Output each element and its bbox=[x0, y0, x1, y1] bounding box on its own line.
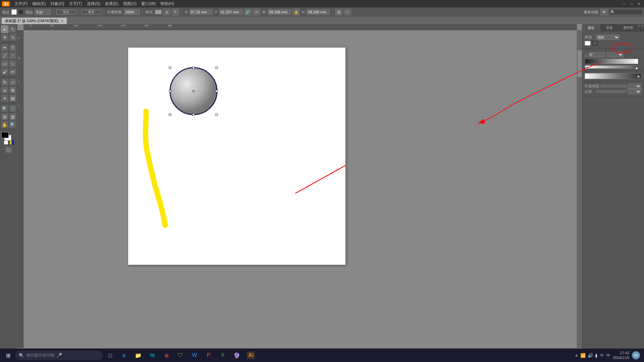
microphone-icon[interactable]: 🎤 bbox=[56, 353, 62, 358]
speaker-icon[interactable]: 🔊 bbox=[588, 353, 593, 358]
line-tool[interactable]: ╱ bbox=[1, 52, 8, 59]
red-line[interactable] bbox=[295, 163, 345, 193]
menu-window[interactable]: 窗口(W) bbox=[139, 0, 158, 7]
other-app[interactable]: 🔮 bbox=[230, 349, 244, 362]
mode-dropdown[interactable]: ▼ bbox=[600, 9, 608, 15]
up-arrow-tray[interactable]: ∧ bbox=[575, 353, 578, 358]
pencil-tool[interactable]: ✏ bbox=[9, 68, 16, 75]
opacity-select[interactable] bbox=[628, 83, 641, 89]
profile-swatch[interactable]: 等比 bbox=[56, 10, 76, 14]
transform-btn[interactable]: ⤡ bbox=[344, 9, 351, 15]
kaspersky-app[interactable]: 🛡 bbox=[174, 349, 187, 362]
arc-tool[interactable]: ◜ bbox=[9, 52, 16, 59]
panel-expand-arrow[interactable]: » bbox=[638, 24, 641, 32]
transform-tab[interactable]: 变换 bbox=[600, 24, 619, 32]
opacity-track[interactable] bbox=[601, 85, 627, 87]
gradient-slider[interactable] bbox=[585, 65, 638, 69]
explorer-app[interactable]: 📁 bbox=[131, 349, 145, 362]
task-view-app[interactable]: ⊡ bbox=[103, 349, 117, 362]
yellow-brushstroke[interactable] bbox=[146, 111, 165, 225]
paintbrush-tool[interactable]: 🖌 bbox=[1, 68, 8, 75]
standard-mode-btn[interactable]: □ bbox=[5, 146, 12, 154]
warp-tool[interactable]: ⌀ bbox=[1, 86, 8, 94]
stroke-tab[interactable]: 描边 bbox=[582, 24, 600, 32]
excel-app[interactable]: X bbox=[216, 349, 229, 362]
clock[interactable]: 17:42 2016/11/5 bbox=[613, 351, 629, 360]
rotate-tool[interactable]: ↻ bbox=[1, 78, 8, 86]
align-btn[interactable]: ▥ bbox=[335, 9, 342, 15]
zoom-tool[interactable]: 🔍 bbox=[9, 121, 16, 128]
blend-tool[interactable]: ⁞ bbox=[9, 105, 16, 112]
main-gradient-bar[interactable]: ▶ bbox=[585, 73, 641, 79]
magic-wand-tool[interactable]: ✦ bbox=[1, 34, 8, 41]
w-input[interactable] bbox=[268, 9, 291, 15]
eyedropper-tool[interactable]: 🔍 bbox=[1, 105, 8, 112]
style-swatch[interactable] bbox=[155, 10, 162, 14]
panel-stroke-swatch[interactable] bbox=[592, 41, 598, 46]
select-tool[interactable]: ▸ bbox=[1, 25, 8, 33]
network-icon[interactable]: 📶 bbox=[580, 353, 586, 358]
tab-close-icon[interactable]: ✕ bbox=[61, 19, 63, 23]
lasso-tool[interactable]: ∿ bbox=[9, 34, 16, 41]
fill-swatch[interactable] bbox=[11, 9, 17, 15]
menu-select[interactable]: 选择(S) bbox=[85, 0, 102, 7]
close-button[interactable]: ✕ bbox=[636, 1, 642, 6]
menu-text[interactable]: 文字(T) bbox=[67, 0, 84, 7]
lock-icon[interactable]: 🔒 bbox=[292, 9, 300, 15]
y-input[interactable] bbox=[219, 9, 243, 15]
taskbar-search[interactable]: 🔍 有问题尽管问我 🎤 bbox=[15, 351, 103, 360]
gradient-stop-right[interactable] bbox=[635, 67, 638, 70]
stroke-swatch[interactable] bbox=[18, 9, 23, 15]
gradient-tool[interactable]: ▨ bbox=[9, 113, 16, 120]
direct-select-tool[interactable]: ↖ bbox=[9, 25, 16, 33]
gradient-bar-arrow[interactable]: ▶ bbox=[638, 73, 640, 79]
angle-input[interactable] bbox=[589, 52, 605, 57]
brush-tool-btn[interactable]: ✎ bbox=[172, 9, 179, 15]
rect-tool[interactable]: ▭ bbox=[1, 60, 8, 67]
hand-tool[interactable]: ✋ bbox=[1, 121, 8, 128]
color-mode-swatch[interactable] bbox=[9, 140, 14, 145]
mesh-tool[interactable]: ⊞ bbox=[1, 113, 8, 120]
position-select[interactable] bbox=[628, 89, 641, 94]
scale-tool[interactable]: ⤢ bbox=[9, 78, 16, 86]
canvas-area[interactable]: 0 50 100 150 200 250 300 0 50 1 1 bbox=[17, 24, 582, 353]
menu-object[interactable]: 对象(O) bbox=[48, 0, 66, 7]
panel-fill-swatch[interactable] bbox=[585, 41, 591, 46]
powerpoint-app[interactable]: P bbox=[202, 349, 215, 362]
angle-select[interactable] bbox=[607, 52, 624, 57]
gradient-stop-left[interactable] bbox=[585, 67, 588, 70]
notification-badge[interactable]: 69 bbox=[632, 351, 640, 359]
menu-effect[interactable]: 效果(E) bbox=[103, 0, 120, 7]
v-scroll-thumb[interactable] bbox=[577, 50, 582, 77]
menu-edit[interactable]: 编辑(E) bbox=[30, 0, 48, 7]
stroke-weight-input[interactable] bbox=[35, 9, 51, 15]
warp-tool-btn[interactable]: ⌀ bbox=[163, 9, 170, 15]
menu-file[interactable]: 文件(F) bbox=[12, 0, 30, 7]
apps-icon[interactable]: ⊕ bbox=[160, 349, 173, 362]
start-button[interactable]: ⊞ bbox=[1, 349, 15, 362]
minimize-button[interactable]: ─ bbox=[621, 1, 627, 6]
pen-tool[interactable]: ✒ bbox=[1, 44, 8, 51]
maximize-button[interactable]: □ bbox=[629, 1, 635, 6]
document-tab[interactable]: 未标题-1* @ 100% (CMYK/预览) ✕ bbox=[1, 17, 67, 24]
link-icon[interactable]: 🔗 bbox=[244, 9, 252, 15]
edge-app[interactable]: e bbox=[117, 349, 131, 362]
basic-swatch[interactable]: 基本 bbox=[81, 10, 101, 14]
none-swatch[interactable] bbox=[4, 140, 8, 145]
vertical-scrollbar[interactable] bbox=[577, 30, 582, 348]
x-input[interactable] bbox=[189, 9, 213, 15]
panel-menu-arrow[interactable]: ≡ bbox=[641, 24, 644, 32]
ime-label[interactable]: 中 bbox=[600, 353, 604, 358]
circle-shape[interactable] bbox=[170, 68, 217, 115]
ime-mode[interactable]: 中 bbox=[606, 353, 610, 358]
h-input[interactable] bbox=[307, 9, 330, 15]
flip-icon[interactable]: ⇔ bbox=[253, 9, 260, 15]
symbol-tool[interactable]: ✴ bbox=[1, 95, 8, 102]
illustrator-taskbar[interactable]: Ai bbox=[244, 349, 258, 362]
store-app[interactable]: 🛍 bbox=[146, 349, 159, 362]
menu-view[interactable]: 视图(V) bbox=[121, 0, 139, 7]
word-app[interactable]: W bbox=[188, 349, 201, 362]
position-track[interactable] bbox=[596, 90, 627, 93]
chart-tool[interactable]: ▤ bbox=[9, 95, 16, 102]
opacity-input[interactable] bbox=[124, 9, 140, 15]
